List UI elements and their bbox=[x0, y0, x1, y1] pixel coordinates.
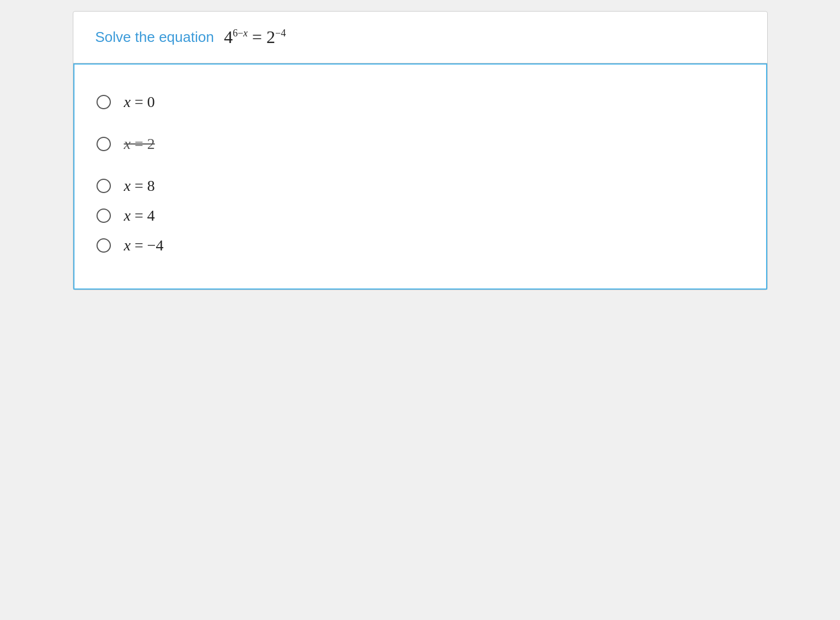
question-header: Solve the equation 46−x = 2−4 bbox=[73, 12, 767, 63]
radio-2[interactable] bbox=[97, 137, 111, 151]
radio-5[interactable] bbox=[97, 238, 111, 253]
answer-label-4: x = 4 bbox=[124, 207, 155, 225]
answers-container: x = 0 x = 2 x = 8 x = 4 x = −4 bbox=[73, 63, 767, 290]
equation-exp2: −4 bbox=[275, 28, 286, 39]
equation-display: 46−x = 2−4 bbox=[224, 27, 286, 47]
answer-option-5[interactable]: x = −4 bbox=[97, 237, 744, 254]
answer-label-5: x = −4 bbox=[124, 237, 164, 254]
answer-label-2: x = 2 bbox=[124, 135, 155, 153]
answer-label-1: x = 0 bbox=[124, 93, 155, 111]
answer-option-2[interactable]: x = 2 bbox=[97, 135, 155, 153]
radio-1[interactable] bbox=[97, 95, 111, 109]
prompt-text: Solve the equation bbox=[95, 29, 214, 46]
answer-label-3: x = 8 bbox=[124, 177, 155, 195]
main-container: Solve the equation 46−x = 2−4 x = 0 x = … bbox=[73, 11, 768, 290]
equation-equals: = bbox=[252, 27, 266, 47]
answer-option-1[interactable]: x = 0 bbox=[97, 93, 744, 111]
answer-option-3[interactable]: x = 8 bbox=[97, 177, 744, 195]
radio-4[interactable] bbox=[97, 209, 111, 223]
radio-3[interactable] bbox=[97, 179, 111, 193]
answer-option-4[interactable]: x = 4 bbox=[97, 207, 744, 225]
equation-base1: 4 bbox=[224, 27, 233, 47]
equation-base2: 2 bbox=[266, 27, 275, 47]
equation-exp1: 6−x bbox=[233, 28, 248, 39]
